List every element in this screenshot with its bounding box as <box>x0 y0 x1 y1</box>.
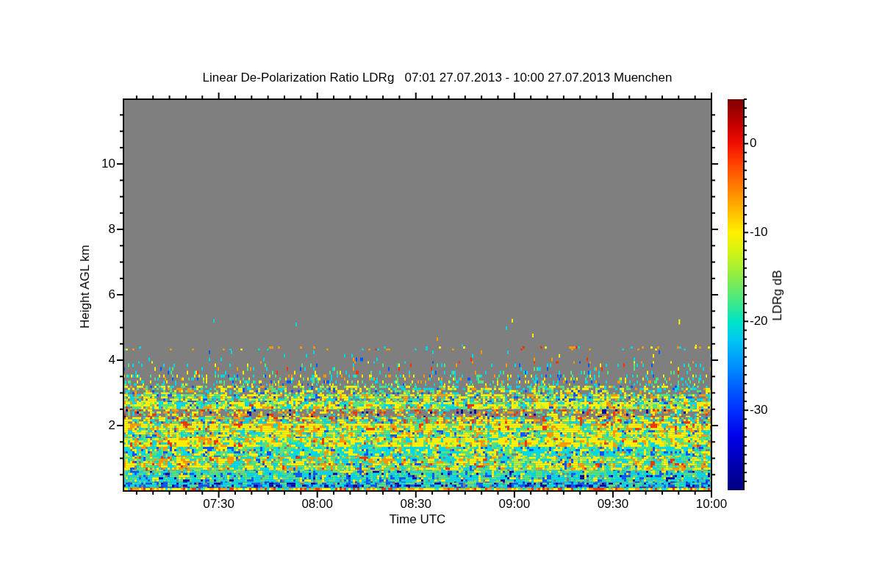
x-tick-label: 08:00 <box>301 498 333 511</box>
y-tick-label: 8 <box>109 223 115 236</box>
ldr-heatmap-canvas <box>0 0 882 588</box>
x-tick-label: 09:30 <box>598 498 629 511</box>
plot-title: Linear De-Polarization Ratio LDRg 07:01 … <box>0 71 875 85</box>
colorbar-tick-label: 0 <box>750 137 756 150</box>
x-tick-label: 09:00 <box>499 498 531 511</box>
y-axis-label: Height AGL km <box>79 245 92 329</box>
x-tick-label: 07:30 <box>203 498 234 511</box>
y-tick-label: 2 <box>109 419 115 432</box>
colorbar-label: LDRg dB <box>771 270 784 321</box>
ldr-plot-page: Linear De-Polarization Ratio LDRg 07:01 … <box>0 0 882 588</box>
colorbar-tick-label: -10 <box>750 226 768 239</box>
x-axis-label: Time UTC <box>123 513 711 526</box>
x-tick-label: 10:00 <box>696 498 728 511</box>
colorbar-tick-label: -30 <box>750 404 768 417</box>
colorbar-tick-label: -20 <box>750 315 768 328</box>
x-tick-label: 08:30 <box>400 498 431 511</box>
y-tick-label: 6 <box>109 288 115 301</box>
y-tick-label: 4 <box>109 354 115 367</box>
y-tick-label: 10 <box>101 157 115 171</box>
